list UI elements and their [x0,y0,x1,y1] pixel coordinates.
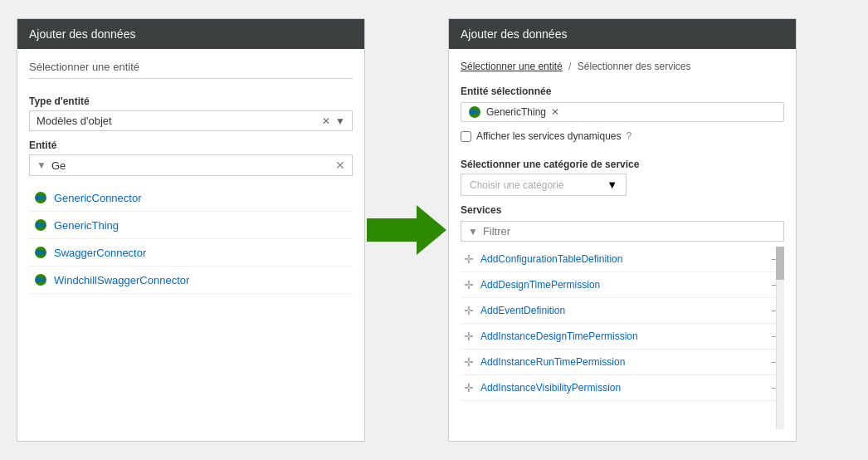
service-name[interactable]: AddDesignTimePermission [480,279,600,291]
service-plus-icon: ✛ [464,252,474,266]
dropdown-type-icon[interactable]: ▼ [335,115,345,127]
category-placeholder: Choisir une catégorie [470,179,563,191]
selected-entity-tag: GenericThing ✕ [461,102,784,122]
svg-point-1 [36,195,41,200]
type-entity-value: Modèles d'objet [37,115,322,127]
list-item[interactable]: ✛ AddInstanceRunTimePermission → [461,350,784,375]
svg-point-4 [36,223,41,228]
left-panel: Ajouter des données Sélectionner une ent… [17,18,365,442]
list-item[interactable]: GenericThing [29,212,353,239]
entity-name[interactable]: SwaggerConnector [54,247,146,259]
list-item[interactable]: ✛ AddConfigurationTableDefinition → [461,247,784,272]
arrow-head [417,205,446,255]
breadcrumb-step1[interactable]: Sélectionner une entité [461,61,563,72]
remove-selected-entity[interactable]: ✕ [551,106,559,118]
service-plus-icon: ✛ [464,330,474,343]
services-filter-input[interactable] [483,225,777,237]
entity-name[interactable]: WindchillSwaggerConnector [54,274,189,286]
service-plus-icon: ✛ [464,381,474,394]
list-item[interactable]: SwaggerConnector [29,239,353,267]
services-list: ✛ AddConfigurationTableDefinition → ✛ Ad… [461,247,784,429]
category-dropdown-icon[interactable]: ▼ [607,179,617,191]
entity-icon [34,191,47,204]
breadcrumb: Sélectionner une entité / Sélectionner d… [461,61,784,76]
svg-point-2 [41,195,46,200]
right-panel: Ajouter des données Sélectionner une ent… [448,18,797,442]
entity-filter-container[interactable]: ▼ ✕ [29,154,353,176]
type-entity-select[interactable]: Modèles d'objet ✕ ▼ [29,110,353,131]
list-item[interactable]: ✛ AddInstanceVisibilityPermission → [461,375,784,401]
dynamic-services-row: Afficher les services dynamiques ? [461,130,784,142]
entity-selected-label: Entité sélectionnée [461,86,784,97]
svg-point-14 [475,110,480,115]
services-label: Services [461,204,784,216]
type-entity-label: Type d'entité [29,95,353,107]
list-item[interactable]: ✛ AddInstanceDesignTimePermission → [461,324,784,350]
service-name[interactable]: AddEventDefinition [480,305,565,316]
scrollbar-thumb[interactable] [776,247,784,280]
list-item[interactable]: ✛ AddDesignTimePermission → [461,272,784,298]
left-panel-header: Ajouter des données [17,19,364,49]
service-name[interactable]: AddConfigurationTableDefinition [480,253,622,265]
entity-icon [34,246,47,259]
dynamic-services-label: Afficher les services dynamiques [476,130,622,142]
svg-point-5 [41,223,46,228]
clear-entity-icon[interactable]: ✕ [335,159,345,172]
entity-icon [34,218,47,232]
service-plus-icon: ✛ [464,304,474,317]
right-panel-header: Ajouter des données [449,19,796,49]
services-filter-container[interactable]: ▼ [461,221,784,242]
scrollbar-track[interactable] [776,247,784,429]
service-plus-icon: ✛ [464,355,474,369]
svg-point-10 [36,277,41,282]
list-item[interactable]: GenericConnector [29,184,353,212]
selected-entity-name: GenericThing [486,106,546,118]
arrow-body [367,218,417,242]
left-section-title: Sélectionner une entité [29,61,353,79]
entity-name[interactable]: GenericConnector [54,192,142,204]
category-label: Sélectionner une catégorie de service [461,159,784,170]
services-wrapper: ✛ AddConfigurationTableDefinition → ✛ Ad… [461,247,784,429]
entity-icon [34,273,47,286]
list-item[interactable]: WindchillSwaggerConnector [29,267,353,294]
svg-point-8 [41,250,46,255]
help-icon[interactable]: ? [627,130,632,142]
entity-label: Entité [29,139,353,151]
selected-entity-icon [468,105,481,119]
service-name[interactable]: AddInstanceVisibilityPermission [480,382,621,394]
list-item[interactable]: ✛ AddEventDefinition → [461,298,784,324]
entity-list: GenericConnector GenericThing SwaggerCon… [29,184,353,429]
clear-type-icon[interactable]: ✕ [322,115,330,127]
entity-filter-input[interactable] [51,159,335,172]
entity-name[interactable]: GenericThing [54,219,119,232]
svg-point-11 [41,277,46,282]
service-name[interactable]: AddInstanceDesignTimePermission [480,330,638,342]
service-plus-icon: ✛ [464,278,474,291]
breadcrumb-separator: / [568,61,571,72]
services-filter-icon: ▼ [468,226,478,237]
filter-icon: ▼ [37,159,46,171]
svg-point-13 [470,110,475,115]
step-arrow [365,205,448,255]
svg-point-7 [36,250,41,255]
breadcrumb-step2: Sélectionner des services [578,61,691,72]
category-select[interactable]: Choisir une catégorie ▼ [461,174,627,196]
service-name[interactable]: AddInstanceRunTimePermission [480,356,625,368]
dynamic-services-checkbox[interactable] [461,131,471,142]
